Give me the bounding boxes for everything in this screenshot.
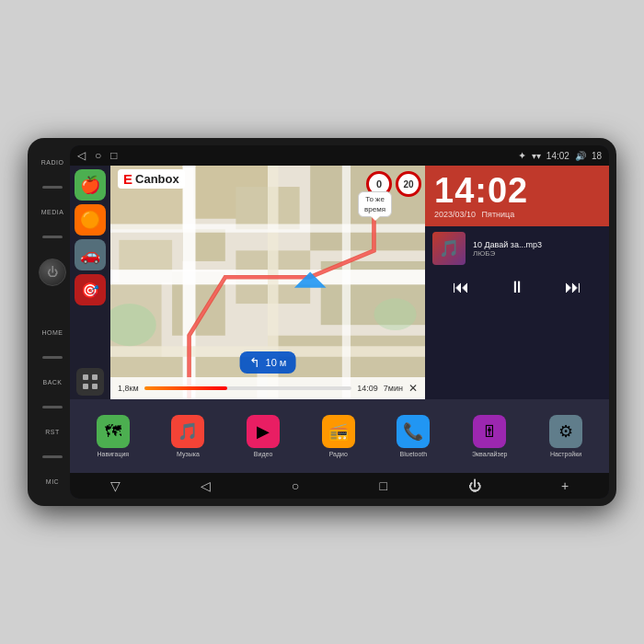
svg-rect-21 [342,166,351,399]
svg-rect-2 [83,384,88,389]
map-header: E Canbox [118,169,185,189]
radio-app[interactable]: 📻 Радио [322,415,355,457]
bottom-nav-btn-5[interactable]: + [554,475,576,497]
time-remaining: 7мин [384,384,403,393]
nav-back-btn[interactable]: ◁ [77,149,86,162]
speed-limit-sign: 20 [396,171,421,197]
nav-app-icon: 🗺 [97,415,130,448]
bottom-nav-btn-3[interactable]: □ [373,475,395,497]
eq-app-label: Эквалайзер [472,451,507,457]
route-progress-bar [144,386,352,390]
clock-widget: 14:02 2023/03/10 Пятница [425,166,609,226]
target-icon[interactable]: 🎯 [75,274,106,305]
now-playing-row: 🎵 10 Давай за...mp3 ЛЮБЭ [432,232,602,265]
close-route-btn[interactable]: ✕ [408,382,418,395]
rst-btn[interactable] [42,455,63,458]
media-btn[interactable] [42,236,63,238]
power-knob[interactable]: ⏻ [39,259,66,286]
main-area: 🍎 🟠 🚗 🎯 [70,166,609,399]
radio-btn[interactable] [42,186,63,189]
battery-status: 18 [592,151,602,161]
bluetooth-app-icon: 📞 [397,415,430,448]
wifi-status-icon: ▾▾ [532,151,541,161]
bottom-nav-btn-0[interactable]: ▽ [103,475,128,497]
carplay-icon[interactable]: 🍎 [75,169,106,201]
grid-menu-btn[interactable] [76,368,104,396]
back-label: BACK [42,379,62,385]
video-app[interactable]: ▶ Видео [247,415,280,457]
music-app-icon: 🎵 [171,415,204,448]
app-tray: 🗺 Навигация 🎵 Музыка ▶ Видео 📻 Радио 📞 B… [70,399,609,473]
back-btn[interactable] [42,406,63,408]
music-controls: ⏮ ⏸ ⏭ [432,270,602,305]
nav-instruction: ↰ 10 м [240,351,296,374]
nav-app-label: Навигация [98,451,130,457]
car-icon[interactable]: 🚗 [75,239,106,270]
nav-direction-icon: ↰ [249,355,260,370]
album-art: 🎵 [432,232,466,265]
settings-app-icon: ⚙ [549,415,582,448]
radio-label: RADIO [41,159,64,166]
left-sidebar: 🍎 🟠 🚗 🎯 [70,166,110,399]
track-artist: ЛЮБЭ [473,249,602,258]
map-area: E Canbox 0 20 То же время [110,166,425,399]
distance-remaining: 1,8км [118,384,139,393]
canbox-brand: Canbox [135,172,179,186]
bluetooth-status-icon: ✦ [518,150,526,162]
radio-app-icon: 📻 [322,415,355,448]
next-track-btn[interactable]: ⏭ [561,274,585,301]
music-app[interactable]: 🎵 Музыка [171,415,204,457]
map-tooltip: То же время [358,191,392,217]
bluetooth-app-label: Bluetooth [400,451,428,457]
settings-app-label: Настройки [550,451,581,457]
status-nav: ◁ ○ □ [77,149,118,162]
nav-recent-btn[interactable]: □ [110,149,117,162]
clock-date: 2023/03/10 Пятница [434,210,600,219]
svg-rect-3 [92,384,98,389]
home-btn[interactable] [42,356,63,359]
right-panel: 14:02 2023/03/10 Пятница 🎵 10 Давай за..… [425,166,609,399]
prev-track-btn[interactable]: ⏮ [449,274,473,301]
route-progress-fill [144,386,227,390]
settings-app[interactable]: ⚙ Настройки [549,415,582,457]
nav-home-btn[interactable]: ○ [95,149,101,162]
music-app-label: Музыка [177,451,200,457]
eta-time: 14:09 [357,384,378,393]
canbox-logo: E Canbox [118,169,185,189]
clock-status: 14:02 [546,151,569,161]
media-label: MEDIA [41,209,64,215]
map-bottom-bar: 1,8км 14:09 7мин ✕ [110,377,425,399]
home-label: HOME [42,329,63,336]
bottom-nav-btn-4[interactable]: ⏻ [461,475,489,497]
nav-distance: 10 м [266,357,287,368]
mic-label: MIC [46,478,59,485]
screen: ◁ ○ □ ✦ ▾▾ 14:02 🔊 18 🍎 🟠 🚗 🎯 [70,145,609,499]
bluetooth-app[interactable]: 📞 Bluetooth [397,415,430,457]
clock-time: 14:02 [434,173,600,208]
play-pause-btn[interactable]: ⏸ [505,274,529,301]
spacer-1 [42,306,63,309]
nav-app[interactable]: 🗺 Навигация [97,415,130,457]
video-app-icon: ▶ [247,415,280,448]
video-app-label: Видео [254,451,272,457]
svg-rect-1 [92,374,98,380]
bottom-nav: ▽◁○□⏻+ [70,473,609,499]
status-bar: ◁ ○ □ ✦ ▾▾ 14:02 🔊 18 [70,145,609,166]
track-info: 10 Давай за...mp3 ЛЮБЭ [473,240,602,258]
svg-rect-22 [110,224,425,233]
album-art-visual: 🎵 [432,232,466,265]
car-unit: RADIO MEDIA ⏻ HOME BACK RST MIC ◁ ○ □ ✦ … [28,138,616,506]
eq-app[interactable]: 🎚 Эквалайзер [472,415,507,457]
radio-app-label: Радио [329,451,348,457]
svg-point-25 [374,298,416,330]
music-widget: 🎵 10 Давай за...mp3 ЛЮБЭ ⏮ ⏸ ⏭ [425,226,609,399]
track-name: 10 Давай за...mp3 [473,240,602,249]
bottom-nav-btn-1[interactable]: ◁ [193,475,218,497]
rst-label: RST [45,429,60,435]
orange-app-icon[interactable]: 🟠 [75,204,106,236]
eq-app-icon: 🎚 [473,415,506,448]
bottom-nav-btn-2[interactable]: ○ [284,475,306,497]
side-controls: RADIO MEDIA ⏻ HOME BACK RST MIC [35,145,70,499]
canbox-e-icon: E [123,171,132,187]
svg-rect-0 [83,374,88,380]
